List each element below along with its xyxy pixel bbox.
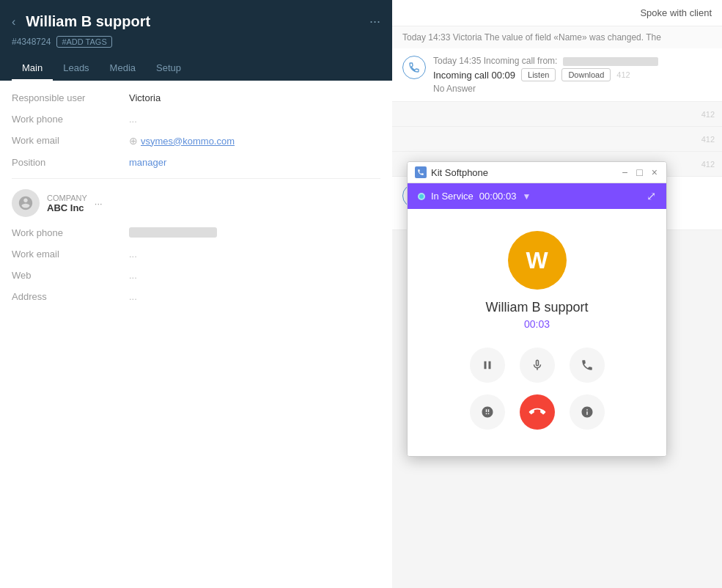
tab-setup[interactable]: Setup bbox=[146, 56, 191, 81]
field-label-responsible: Responsible user bbox=[12, 92, 129, 103]
status-indicator-dot bbox=[418, 193, 425, 200]
tabs-row: Main Leads Media Setup bbox=[12, 56, 380, 81]
info-button[interactable] bbox=[570, 394, 605, 430]
call-from-blurred bbox=[563, 57, 658, 66]
softphone-minimize-button[interactable]: − bbox=[620, 167, 629, 177]
field-row-responsible: Responsible user Victoria bbox=[12, 92, 380, 103]
field-value-workphone: ... bbox=[129, 114, 137, 125]
fields-area: Responsible user Victoria Work phone ...… bbox=[0, 81, 392, 588]
status-timer: 00:00:03 bbox=[479, 191, 517, 202]
company-section: COMPANY ABC Inc ··· Work phone Work emai… bbox=[12, 178, 380, 302]
field-value-company-address: ... bbox=[129, 291, 137, 302]
dialpad-button[interactable] bbox=[470, 394, 505, 430]
spacer-row-1: 412 bbox=[392, 102, 722, 127]
caller-initial: W bbox=[526, 247, 548, 274]
header-top: ‹ William B support ··· bbox=[12, 13, 380, 30]
softphone-title-left: Kit Softphone bbox=[415, 166, 488, 178]
expand-icon[interactable]: ⤢ bbox=[647, 189, 656, 203]
activity-spoke-top: Spoke with client bbox=[392, 0, 722, 26]
right-num-3: 412 bbox=[701, 135, 715, 144]
field-value-company-email: ... bbox=[129, 249, 137, 260]
add-tags-button[interactable]: #ADD TAGS bbox=[56, 36, 111, 48]
softphone-title-text: Kit Softphone bbox=[431, 167, 488, 178]
change-log-text: Today 14:33 Victoria The value of field … bbox=[402, 32, 661, 43]
company-label: COMPANY bbox=[47, 194, 87, 202]
back-arrow-icon[interactable]: ‹ bbox=[12, 15, 15, 29]
call-duration-display: 00:03 bbox=[524, 318, 550, 330]
call-item-incoming: Today 14:35 Incoming call from: Incoming… bbox=[392, 48, 722, 102]
listen-button-incoming[interactable]: Listen bbox=[521, 68, 556, 81]
company-avatar bbox=[12, 189, 40, 217]
field-label-company-web: Web bbox=[12, 270, 129, 281]
more-options-icon[interactable]: ··· bbox=[369, 14, 380, 29]
ticket-id-row: #4348724 #ADD TAGS bbox=[12, 36, 380, 48]
company-name: ABC Inc bbox=[47, 202, 87, 213]
field-value-position: manager bbox=[129, 157, 166, 168]
field-label-company-email: Work email bbox=[12, 249, 129, 260]
field-value-company-web: ... bbox=[129, 270, 137, 281]
field-row-company-email: Work email ... bbox=[12, 249, 380, 260]
add-email-icon[interactable]: ⊕ bbox=[129, 135, 138, 147]
tab-media[interactable]: Media bbox=[100, 56, 146, 81]
call-label-incoming: Incoming call 00:09 bbox=[433, 70, 515, 81]
field-label-company-phone: Work phone bbox=[12, 227, 129, 238]
field-row-workphone: Work phone ... bbox=[12, 114, 380, 125]
field-label-workphone: Work phone bbox=[12, 114, 129, 125]
company-info: COMPANY ABC Inc bbox=[47, 194, 87, 213]
activity-change-log: Today 14:33 Victoria The value of field … bbox=[392, 26, 722, 48]
company-header: COMPANY ABC Inc ··· bbox=[12, 189, 380, 217]
call-right-num-1: 412 bbox=[616, 70, 630, 79]
status-label: In Service bbox=[431, 191, 474, 202]
spoke-text-top: Spoke with client bbox=[640, 7, 712, 18]
field-row-email: Work email ⊕ vsymes@kommo.com bbox=[12, 135, 380, 147]
right-num-2: 412 bbox=[701, 110, 715, 119]
field-value-company-phone bbox=[129, 227, 217, 238]
field-label-email: Work email bbox=[12, 135, 129, 146]
field-row-company-phone: Work phone bbox=[12, 227, 380, 238]
field-label-company-address: Address bbox=[12, 291, 129, 302]
tab-main[interactable]: Main bbox=[12, 56, 53, 81]
field-row-company-web: Web ... bbox=[12, 270, 380, 281]
status-dropdown-icon[interactable]: ▼ bbox=[522, 191, 531, 202]
softphone-close-button[interactable]: × bbox=[650, 167, 659, 177]
softphone-titlebar: Kit Softphone − □ × bbox=[408, 162, 666, 183]
softphone-status-bar: In Service 00:00:03 ▼ ⤢ bbox=[408, 183, 666, 209]
email-link[interactable]: vsymes@kommo.com bbox=[141, 136, 235, 147]
download-button-incoming[interactable]: Download bbox=[561, 68, 611, 81]
softphone-app-icon bbox=[415, 166, 427, 178]
call-action-row-2 bbox=[470, 394, 605, 430]
softphone-body: W William B support 00:03 bbox=[408, 209, 666, 456]
field-value-email: ⊕ vsymes@kommo.com bbox=[129, 135, 235, 147]
softphone-window-controls: − □ × bbox=[620, 167, 659, 177]
mute-button[interactable] bbox=[520, 348, 555, 383]
pause-button[interactable] bbox=[470, 348, 505, 383]
field-row-position: Position manager bbox=[12, 157, 380, 168]
right-num-4: 412 bbox=[701, 160, 715, 169]
call-time-incoming: Today 14:35 Incoming call from: bbox=[433, 56, 712, 66]
transfer-button[interactable] bbox=[570, 348, 605, 383]
caller-avatar: W bbox=[508, 231, 567, 290]
call-main-row-incoming: Incoming call 00:09 Listen Download 412 bbox=[433, 68, 712, 81]
hangup-button[interactable] bbox=[520, 394, 555, 430]
call-no-answer: No Answer bbox=[433, 84, 712, 94]
right-panel: Spoke with client Today 14:33 Victoria T… bbox=[392, 0, 722, 588]
ticket-id: #4348724 bbox=[12, 37, 51, 47]
field-label-position: Position bbox=[12, 157, 129, 168]
softphone-popup: Kit Softphone − □ × In Service 00:00:03 … bbox=[407, 161, 667, 457]
call-action-row-1 bbox=[470, 348, 605, 383]
status-left: In Service 00:00:03 ▼ bbox=[418, 191, 531, 202]
page-title: William B support bbox=[26, 13, 150, 30]
caller-name: William B support bbox=[485, 300, 588, 315]
tab-leads[interactable]: Leads bbox=[53, 56, 99, 81]
spacer-row-2: 412 bbox=[392, 127, 722, 152]
incoming-call-icon bbox=[402, 56, 426, 79]
field-row-company-address: Address ... bbox=[12, 291, 380, 302]
field-value-responsible: Victoria bbox=[129, 92, 161, 103]
left-header: ‹ William B support ··· #4348724 #ADD TA… bbox=[0, 0, 392, 81]
call-details-incoming: Today 14:35 Incoming call from: Incoming… bbox=[433, 56, 712, 94]
softphone-maximize-button[interactable]: □ bbox=[635, 167, 644, 177]
left-panel: ‹ William B support ··· #4348724 #ADD TA… bbox=[0, 0, 392, 588]
company-more-icon[interactable]: ··· bbox=[95, 198, 103, 209]
